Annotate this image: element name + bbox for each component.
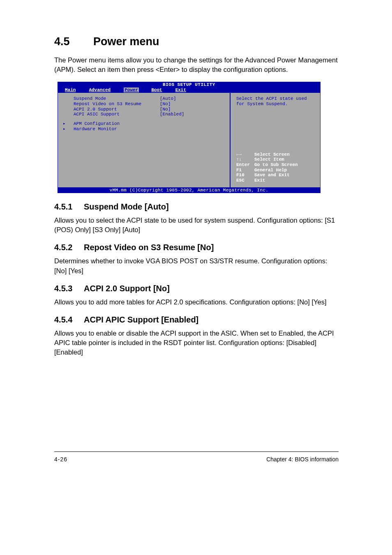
subsection-number: 4.5.3 bbox=[54, 284, 84, 293]
intro-paragraph: The Power menu items allow you to change… bbox=[54, 55, 339, 74]
subsection-heading: 4.5.2Repost Video on S3 Resume [No] bbox=[54, 243, 339, 252]
bios-item-label: Repost Video on S3 Resume bbox=[74, 101, 160, 107]
subsection-title: ACPI 2.0 Support [No] bbox=[84, 284, 170, 293]
page-number: 4-26 bbox=[54, 456, 67, 463]
key-desc: Save and Exit bbox=[254, 173, 290, 177]
bios-tab-exit[interactable]: Exit bbox=[175, 88, 192, 93]
key-desc: Select Screen bbox=[254, 152, 290, 157]
subsection-number: 4.5.4 bbox=[54, 315, 84, 325]
page-footer: 4-26 Chapter 4: BIOS information bbox=[54, 451, 339, 463]
bios-item[interactable]: Suspend Mode [Auto] bbox=[74, 96, 226, 101]
bios-submenu-label: APM Configuration bbox=[74, 121, 120, 127]
bios-tab-power[interactable]: Power bbox=[124, 88, 139, 93]
subsection-number: 4.5.2 bbox=[54, 243, 84, 252]
subsection-heading: 4.5.3ACPI 2.0 Support [No] bbox=[54, 284, 339, 293]
key: ESC bbox=[236, 178, 254, 183]
subsection-title: Suspend Mode [Auto] bbox=[84, 202, 169, 211]
bios-screenshot: BIOS SETUP UTILITY Main Advanced Power B… bbox=[58, 82, 321, 193]
section-number: 4.5 bbox=[54, 35, 93, 48]
bios-item-label: ACPI ASIC Support bbox=[74, 112, 160, 117]
bios-footer: vMM.mm (C)Copyright 1985-2002, American … bbox=[58, 187, 321, 193]
subsection-body: Allows you to select the ACPI state to b… bbox=[54, 216, 339, 235]
bios-item-value: [No] bbox=[160, 101, 171, 107]
key-desc: General Help bbox=[254, 168, 287, 173]
bios-item-label: ACPI 2.0 Support bbox=[74, 107, 160, 112]
subsection-number: 4.5.1 bbox=[54, 202, 84, 212]
key: ←→ bbox=[236, 152, 254, 157]
bios-right-pane: Select the ACPI state used for System Su… bbox=[231, 93, 320, 187]
key-desc: Select Item bbox=[254, 157, 284, 162]
subsection-title: ACPI APIC Support [Enabled] bbox=[84, 315, 198, 324]
bios-item-value: [Auto] bbox=[160, 96, 176, 101]
bios-key-legend: ←→Select Screen ↑↓Select Item EnterGo to… bbox=[236, 152, 316, 183]
chapter-title: Chapter 4: BIOS information bbox=[266, 456, 339, 463]
bios-submenu[interactable]: Hardware Monitor bbox=[74, 127, 226, 132]
bios-item[interactable]: ACPI ASIC Support [Enabled] bbox=[74, 112, 226, 117]
bios-tab-advanced[interactable]: Advanced bbox=[89, 88, 116, 93]
key: F10 bbox=[236, 173, 254, 178]
key: F1 bbox=[236, 168, 254, 173]
bios-submenu-label: Hardware Monitor bbox=[74, 127, 117, 132]
bios-item[interactable]: ACPI 2.0 Support [No] bbox=[74, 107, 226, 112]
key-desc: Go to Sub Screen bbox=[254, 162, 298, 167]
subsection-title: Repost Video on S3 Resume [No] bbox=[84, 243, 214, 252]
subsection-body: Allows you to enable or disable the ACPI… bbox=[54, 329, 339, 357]
bios-item-label: Suspend Mode bbox=[74, 96, 160, 101]
key: ↑↓ bbox=[236, 157, 254, 162]
subsection-heading: 4.5.1Suspend Mode [Auto] bbox=[54, 202, 339, 212]
subsection-heading: 4.5.4ACPI APIC Support [Enabled] bbox=[54, 315, 339, 325]
bios-help-text: Select the ACPI state used for System Su… bbox=[236, 96, 316, 106]
bios-title: BIOS SETUP UTILITY bbox=[58, 82, 321, 88]
bios-item[interactable]: Repost Video on S3 Resume [No] bbox=[74, 101, 226, 107]
section-heading: 4.5Power menu bbox=[54, 35, 339, 48]
bios-item-value: [Enabled] bbox=[160, 112, 184, 117]
key-desc: Exit bbox=[254, 178, 265, 183]
bios-item-value: [No] bbox=[160, 107, 171, 112]
subsection-body: Determines whether to invoke VGA BIOS PO… bbox=[54, 256, 339, 275]
bios-left-pane: Suspend Mode [Auto] Repost Video on S3 R… bbox=[58, 93, 231, 187]
bios-tab-boot[interactable]: Boot bbox=[151, 88, 168, 93]
bios-tab-bar: Main Advanced Power Boot Exit bbox=[58, 88, 321, 93]
subsection-body: Allows you to add more tables for ACPI 2… bbox=[54, 297, 339, 307]
section-title-text: Power menu bbox=[93, 35, 159, 48]
bios-submenu[interactable]: APM Configuration bbox=[74, 121, 226, 127]
bios-tab-main[interactable]: Main bbox=[65, 88, 81, 93]
key: Enter bbox=[236, 162, 254, 168]
